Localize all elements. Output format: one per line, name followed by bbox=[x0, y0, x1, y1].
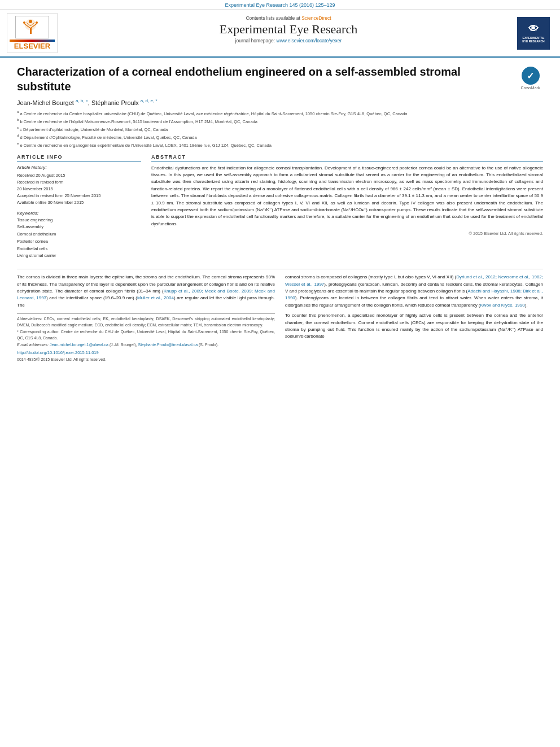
footnote-corresponding: * Corresponding author. Centre de recher… bbox=[17, 329, 275, 341]
ref-muller[interactable]: Muller et al., 2004 bbox=[137, 295, 174, 300]
article-container: Characterization of a corneal endotheliu… bbox=[0, 58, 560, 260]
affiliation-b: b b Centre de recherche de l'hôpital Mai… bbox=[17, 117, 543, 125]
svg-point-6 bbox=[29, 20, 32, 23]
doi-line[interactable]: http://dx.doi.org/10.1016/j.exer.2015.11… bbox=[17, 350, 275, 356]
ref-adachi[interactable]: Adachi and Hayashi, 1986; Birk et al., 1… bbox=[285, 289, 543, 300]
homepage-line: journal homepage: www.elsevier.com/locat… bbox=[63, 38, 514, 43]
crossmark: ✓ CrossMark bbox=[518, 67, 543, 90]
email-link-2[interactable]: Stephanie.Proulx@fmed.ulaval.ca bbox=[138, 343, 198, 347]
article-info-col: ARTICLE INFO Article history: Received 2… bbox=[17, 154, 141, 260]
email-link-1[interactable]: Jean-michel.bourget.1@ulaval.ca bbox=[50, 343, 108, 347]
article-info-heading: ARTICLE INFO bbox=[17, 154, 141, 161]
logo-title-text: EXPERIMENTALEYE RESEARCH bbox=[522, 36, 544, 43]
author-1-sup: a, b, c bbox=[76, 98, 88, 103]
affiliations: a a Centre de recherche du Centre hospit… bbox=[17, 110, 543, 148]
article-title-section: Characterization of a corneal endotheliu… bbox=[17, 64, 543, 94]
keywords-list: Tissue engineering Self-assembly Corneal… bbox=[17, 217, 141, 260]
keywords-label: Keywords: bbox=[17, 211, 141, 216]
footnote-section: Abbreviations: CECs, corneal endothelial… bbox=[17, 313, 275, 362]
ref-dyrlund[interactable]: Dyrlund et al., 2012; Newsome et al., 19… bbox=[285, 274, 543, 286]
journal-title: Experimental Eye Research bbox=[63, 22, 514, 37]
body-section: The cornea is divided in three main laye… bbox=[0, 269, 560, 364]
sciencedirect-line: Contents lists available at ScienceDirec… bbox=[63, 15, 514, 21]
article-history-label: Article history: bbox=[17, 165, 141, 170]
crossmark-icon: ✓ bbox=[522, 67, 540, 85]
author-2-sup: a, d, e, * bbox=[141, 98, 158, 103]
article-history-dates: Received 20 August 2015 Received in revi… bbox=[17, 172, 141, 206]
body-col-1: The cornea is divided in three main laye… bbox=[17, 274, 275, 364]
issn-line: 0014-4835/© 2015 Elsevier Ltd. All right… bbox=[17, 357, 275, 363]
author-1: Jean-Michel Bourget bbox=[17, 99, 74, 106]
body-two-col: The cornea is divided in three main laye… bbox=[17, 274, 543, 364]
affiliation-c: c c Département d'ophtalmologie, Univers… bbox=[17, 125, 543, 133]
journal-header: ELSEVIER Contents lists available at Sci… bbox=[0, 10, 560, 58]
footnote-abbreviations: Abbreviations: CECs, corneal endothelial… bbox=[17, 316, 275, 328]
body-para-3: To counter this phenomenon, a specialize… bbox=[285, 312, 543, 340]
affiliation-a: a a Centre de recherche du Centre hospit… bbox=[17, 110, 543, 117]
article-title: Characterization of a corneal endotheliu… bbox=[17, 64, 512, 94]
two-col-section: ARTICLE INFO Article history: Received 2… bbox=[17, 154, 543, 260]
journal-logo-box: 👁 EXPERIMENTALEYE RESEARCH bbox=[517, 17, 550, 50]
affiliation-e: e e Centre de recherche en organogénèse … bbox=[17, 141, 543, 148]
homepage-url[interactable]: www.elsevier.com/locate/yexer bbox=[277, 38, 342, 43]
crossmark-label: CrossMark bbox=[521, 86, 540, 90]
eye-icon: 👁 bbox=[528, 23, 539, 35]
body-col-2: corneal stroma is composed of collagens … bbox=[285, 274, 543, 364]
ref-kwok[interactable]: Kwok and Klyce, 1990 bbox=[480, 303, 525, 308]
svg-point-7 bbox=[23, 21, 25, 24]
abstract-text: Endothelial dysfunctions are the first i… bbox=[151, 165, 543, 228]
keywords-section: Keywords: Tissue engineering Self-assemb… bbox=[17, 211, 141, 260]
body-divider bbox=[17, 269, 543, 269]
affiliation-d: d d Département d'Ophtalmologie, Faculté… bbox=[17, 133, 543, 141]
author-2: Stéphanie Proulx bbox=[91, 99, 139, 106]
journal-center: Contents lists available at ScienceDirec… bbox=[63, 13, 514, 53]
elsevier-logo: ELSEVIER bbox=[7, 13, 58, 53]
sciencedirect-link[interactable]: ScienceDirect bbox=[301, 15, 331, 21]
top-banner: Experimental Eye Research 145 (2016) 125… bbox=[0, 0, 560, 10]
svg-point-8 bbox=[36, 21, 38, 24]
body-para-1: The cornea is divided in three main laye… bbox=[17, 274, 275, 309]
abstract-col: ABSTRACT Endothelial dysfunctions are th… bbox=[151, 154, 543, 260]
copyright-line: © 2015 Elsevier Ltd. All rights reserved… bbox=[151, 231, 543, 236]
elsevier-name: ELSEVIER bbox=[14, 42, 50, 50]
journal-citation: Experimental Eye Research 145 (2016) 125… bbox=[225, 2, 335, 8]
abstract-heading: ABSTRACT bbox=[151, 154, 543, 161]
footnote-email: E-mail addresses: Jean-michel.bourget.1@… bbox=[17, 342, 275, 348]
journal-logo-right: 👁 EXPERIMENTALEYE RESEARCH bbox=[514, 13, 553, 53]
body-para-2: corneal stroma is composed of collagens … bbox=[285, 274, 543, 309]
authors-line: Jean-Michel Bourget a, b, c, Stéphanie P… bbox=[17, 98, 543, 106]
